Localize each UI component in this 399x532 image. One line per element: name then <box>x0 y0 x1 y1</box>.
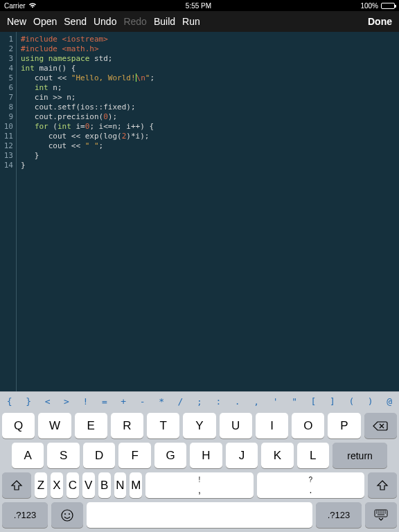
code-line: #include <math.h> <box>21 44 99 53</box>
numeric-mode-key-right[interactable]: .?123 <box>316 502 362 528</box>
line-number: 5 <box>0 73 13 83</box>
key-z[interactable]: Z <box>35 472 47 498</box>
code-token: )*i); <box>126 132 149 141</box>
undo-button[interactable]: Undo <box>94 16 116 27</box>
symbol-key[interactable]: < <box>38 396 57 407</box>
symbol-key[interactable]: @ <box>380 396 398 407</box>
symbol-key[interactable]: : <box>209 396 228 407</box>
symbol-key[interactable]: { <box>0 396 19 407</box>
key-h[interactable]: H <box>190 443 222 468</box>
shift-key-right[interactable] <box>368 472 397 498</box>
key-q[interactable]: Q <box>2 413 35 438</box>
symbol-key[interactable]: = <box>95 396 114 407</box>
symbol-key[interactable]: / <box>171 396 190 407</box>
code-token: for <box>35 122 48 131</box>
svg-point-0 <box>62 510 73 521</box>
shift-key[interactable] <box>2 472 31 498</box>
key-s[interactable]: S <box>47 443 79 468</box>
line-number: 6 <box>0 83 13 93</box>
key-w[interactable]: W <box>38 413 71 438</box>
space-key[interactable] <box>87 502 312 528</box>
key-a[interactable]: A <box>12 443 44 468</box>
key-v[interactable]: V <box>82 472 95 498</box>
line-number: 7 <box>0 93 13 103</box>
build-button[interactable]: Build <box>154 16 175 27</box>
key-i[interactable]: I <box>256 413 288 438</box>
key-t[interactable]: T <box>147 413 179 438</box>
symbol-key[interactable]: ) <box>361 396 380 407</box>
keyboard: QWERTYUIOP ASDFGHJKLreturn ZXCVBNM !, ?.… <box>0 410 399 532</box>
key-x[interactable]: X <box>51 472 63 498</box>
toolbar: New Open Send Undo Redo Build Run Done <box>0 11 399 32</box>
key-n[interactable]: N <box>114 472 127 498</box>
open-button[interactable]: Open <box>33 16 57 27</box>
redo-button[interactable]: Redo <box>123 16 146 27</box>
line-number: 13 <box>0 151 13 161</box>
code-area[interactable]: #include <iostream> #include <math.h> us… <box>17 32 399 391</box>
code-token: cout << <box>21 141 85 150</box>
line-number: 9 <box>0 112 13 122</box>
clock: 5:55 PM <box>37 2 361 10</box>
done-button[interactable]: Done <box>368 16 392 27</box>
code-token: using <box>21 54 44 63</box>
code-token: main() { <box>35 64 76 73</box>
code-line: } <box>21 151 39 160</box>
dismiss-keyboard-key[interactable] <box>365 502 397 528</box>
send-button[interactable]: Send <box>64 16 87 27</box>
new-button[interactable]: New <box>7 16 26 27</box>
key-k[interactable]: K <box>261 443 293 468</box>
key-u[interactable]: U <box>220 413 252 438</box>
key-c[interactable]: C <box>66 472 79 498</box>
code-token: " " <box>85 141 99 150</box>
symbol-key[interactable]: " <box>285 396 303 407</box>
line-number: 11 <box>0 132 13 141</box>
symbol-row: {}<>!=+-*/;:.,'"[]()@ <box>0 391 399 410</box>
line-number: 1 <box>0 35 13 44</box>
symbol-key[interactable]: } <box>19 396 37 407</box>
run-button[interactable]: Run <box>182 16 200 27</box>
key-m[interactable]: M <box>130 472 142 498</box>
symbol-key[interactable]: [ <box>304 396 323 407</box>
symbol-key[interactable]: ] <box>323 396 342 407</box>
symbol-key[interactable]: * <box>152 396 170 407</box>
code-line: #include <iostream> <box>21 35 108 44</box>
key-e[interactable]: E <box>75 413 107 438</box>
comma-key[interactable]: !, <box>145 472 253 498</box>
code-line: cout.setf(ios::fixed); <box>21 103 136 112</box>
symbol-key[interactable]: . <box>228 396 247 407</box>
key-b[interactable]: B <box>98 472 111 498</box>
symbol-key[interactable]: ! <box>76 396 95 407</box>
symbol-key[interactable]: ; <box>190 396 209 407</box>
symbol-key[interactable]: - <box>133 396 152 407</box>
code-line: } <box>21 161 26 170</box>
key-p[interactable]: P <box>328 413 360 438</box>
return-key[interactable]: return <box>332 443 387 468</box>
code-token <box>21 122 35 131</box>
key-r[interactable]: R <box>111 413 143 438</box>
key-y[interactable]: Y <box>183 413 215 438</box>
svg-point-1 <box>64 513 66 515</box>
key-d[interactable]: D <box>83 443 115 468</box>
period-key[interactable]: ?. <box>257 472 364 498</box>
symbol-key[interactable]: + <box>114 396 133 407</box>
code-token: int <box>57 122 71 131</box>
emoji-key[interactable] <box>51 502 83 528</box>
symbol-key[interactable]: > <box>57 396 76 407</box>
code-token: n; <box>48 83 62 92</box>
code-token: ; <box>150 73 154 82</box>
key-j[interactable]: J <box>226 443 258 468</box>
svg-point-2 <box>69 513 70 515</box>
key-l[interactable]: L <box>297 443 329 468</box>
key-g[interactable]: G <box>154 443 186 468</box>
symbol-key[interactable]: , <box>247 396 265 407</box>
code-editor[interactable]: 1234567891011121314 #include <iostream> … <box>0 32 399 391</box>
line-number: 4 <box>0 64 13 73</box>
key-f[interactable]: F <box>118 443 150 468</box>
key-o[interactable]: O <box>292 413 324 438</box>
code-token: int <box>35 83 48 92</box>
symbol-key[interactable]: ( <box>342 396 361 407</box>
numeric-mode-key[interactable]: .?123 <box>2 502 48 528</box>
code-token: ( <box>48 122 57 131</box>
symbol-key[interactable]: ' <box>266 396 285 407</box>
backspace-key[interactable] <box>364 413 397 438</box>
